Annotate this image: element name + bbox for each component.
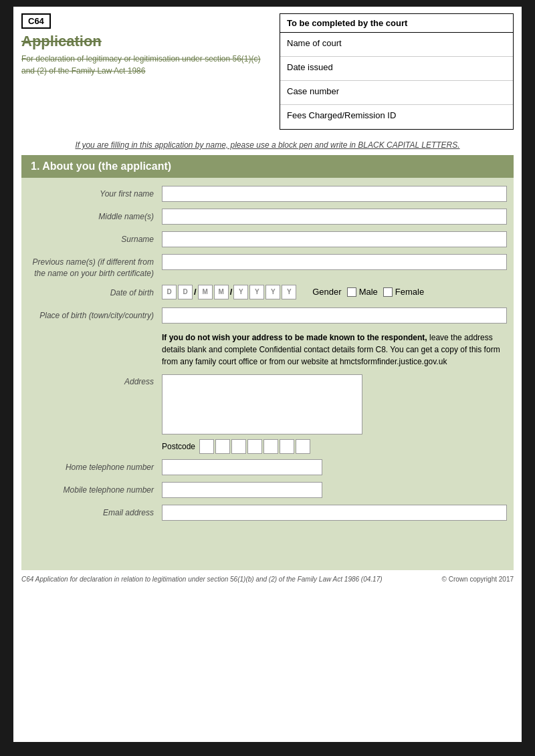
dob-m2[interactable]: M (214, 285, 229, 299)
postcode-box-4[interactable] (247, 439, 262, 454)
email-field[interactable] (162, 505, 507, 521)
middle-name-label: Middle name(s) (28, 209, 162, 223)
place-of-birth-field[interactable] (162, 307, 507, 324)
dob-boxes: D D / M M / Y Y Y Y (162, 285, 296, 299)
footer: C64 Application for declaration in relat… (21, 570, 514, 588)
dob-label: Date of birth (28, 285, 162, 299)
address-notice: If you do not wish your address to be ma… (162, 332, 507, 368)
footer-text: C64 Application for declaration in relat… (21, 576, 383, 583)
home-phone-field[interactable] (162, 459, 507, 475)
surname-field[interactable] (162, 231, 507, 247)
mobile-phone-input[interactable] (162, 482, 322, 498)
gender-male-option[interactable]: Male (347, 287, 378, 297)
postcode-box-2[interactable] (215, 439, 230, 454)
surname-label: Surname (28, 231, 162, 245)
form-subtitle: For declaration of legitimacy or legitim… (21, 53, 266, 77)
form-section: Your first name Middle name(s) Surname P… (21, 178, 514, 530)
form-title: Application (21, 33, 266, 50)
section1-header: 1. About you (the applicant) (21, 155, 514, 178)
notice-bar: If you are filling in this application b… (13, 130, 522, 155)
gender-label: Gender (312, 287, 341, 297)
postcode-boxes (199, 439, 310, 454)
court-box: To be completed by the court Name of cou… (280, 13, 514, 130)
gender-group: Gender Male Female (312, 287, 424, 297)
place-of-birth-input[interactable] (162, 307, 507, 324)
first-name-label: Your first name (28, 186, 162, 200)
postcode-box-7[interactable] (296, 439, 310, 454)
home-phone-row: Home telephone number (21, 457, 514, 479)
dob-y4[interactable]: Y (282, 285, 296, 299)
previous-name-input[interactable] (162, 254, 507, 270)
place-of-birth-row: Place of birth (town/city/country) (21, 305, 514, 328)
previous-name-row: Previous name(s) (if different from the … (21, 251, 514, 282)
first-name-row: Your first name (21, 183, 514, 206)
email-row: Email address (21, 502, 514, 525)
previous-name-label: Previous name(s) (if different from the … (28, 254, 162, 279)
middle-name-row: Middle name(s) (21, 206, 514, 229)
mobile-phone-field[interactable] (162, 482, 507, 498)
previous-name-field[interactable] (162, 254, 507, 270)
home-phone-input[interactable] (162, 459, 322, 475)
dob-y1[interactable]: Y (233, 285, 248, 299)
dob-gender-row: Date of birth D D / M M / Y Y Y Y (21, 282, 514, 305)
address-row: Address Postcode (21, 372, 514, 457)
form-info: C64 Application For declaration of legit… (21, 13, 266, 130)
gender-female-checkbox[interactable] (383, 287, 393, 297)
mobile-phone-row: Mobile telephone number (21, 479, 514, 502)
form-badge: C64 (21, 13, 51, 29)
gender-female-option[interactable]: Female (383, 287, 424, 297)
address-field: Postcode (162, 374, 507, 454)
postcode-box-3[interactable] (231, 439, 246, 454)
dob-gender-field: D D / M M / Y Y Y Y Gender (162, 285, 507, 299)
mobile-phone-label: Mobile telephone number (28, 482, 162, 496)
first-name-input[interactable] (162, 186, 507, 202)
dob-m1[interactable]: M (198, 285, 213, 299)
dob-d2[interactable]: D (178, 285, 193, 299)
surname-input[interactable] (162, 231, 507, 247)
continuation-area (21, 530, 514, 570)
gender-male-checkbox[interactable] (347, 287, 356, 297)
postcode-box-5[interactable] (263, 439, 278, 454)
fees-row: Fees Charged/Remission ID (280, 105, 513, 129)
email-label: Email address (28, 505, 162, 519)
middle-name-field[interactable] (162, 209, 507, 225)
postcode-label: Postcode (162, 442, 195, 451)
email-input[interactable] (162, 505, 507, 521)
case-number-row: Case number (280, 81, 513, 105)
court-name-row: Name of court (280, 33, 513, 57)
first-name-field[interactable] (162, 186, 507, 202)
dob-y3[interactable]: Y (265, 285, 280, 299)
footer-copyright: © Crown copyright 2017 (442, 576, 514, 583)
surname-row: Surname (21, 229, 514, 251)
place-of-birth-label: Place of birth (town/city/country) (28, 307, 162, 322)
home-phone-label: Home telephone number (28, 459, 162, 473)
postcode-row: Postcode (162, 439, 507, 454)
dob-y2[interactable]: Y (249, 285, 264, 299)
address-textarea[interactable] (162, 374, 362, 434)
date-issued-row: Date issued (280, 57, 513, 81)
middle-name-input[interactable] (162, 209, 507, 225)
address-label: Address (28, 374, 162, 386)
postcode-box-6[interactable] (280, 439, 294, 454)
postcode-box-1[interactable] (199, 439, 214, 454)
court-box-header: To be completed by the court (280, 14, 513, 33)
dob-d1[interactable]: D (162, 285, 177, 299)
